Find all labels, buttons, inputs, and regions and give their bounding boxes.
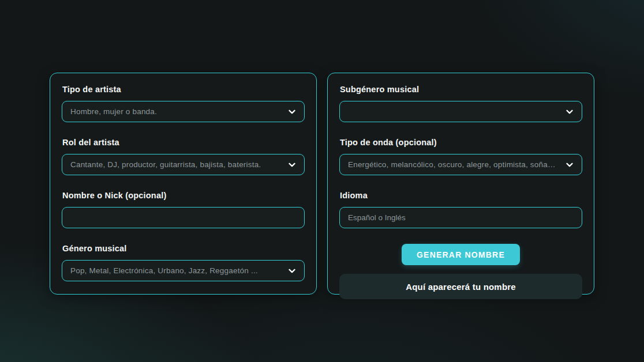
artist-type-label: Tipo de artista bbox=[62, 85, 305, 94]
subgenre-field: Subgénero musical bbox=[339, 85, 582, 122]
name-nick-field: Nombre o Nick (opcional) bbox=[62, 191, 305, 228]
vibe-type-select[interactable]: Energético, melancólico, oscuro, alegre,… bbox=[339, 154, 582, 175]
chevron-down-icon bbox=[564, 160, 575, 170]
vibe-type-placeholder: Energético, melancólico, oscuro, alegre,… bbox=[348, 160, 560, 169]
music-genre-select[interactable]: Pop, Metal, Electrónica, Urbano, Jazz, R… bbox=[62, 260, 305, 281]
language-field: Idioma bbox=[339, 191, 582, 228]
vibe-type-label: Tipo de onda (opcional) bbox=[339, 138, 582, 147]
artist-type-placeholder: Hombre, mujer o banda. bbox=[70, 107, 157, 116]
result-placeholder: Aquí aparecerá tu nombre bbox=[339, 274, 582, 299]
artist-type-select[interactable]: Hombre, mujer o banda. bbox=[62, 101, 305, 122]
music-genre-placeholder: Pop, Metal, Electrónica, Urbano, Jazz, R… bbox=[70, 266, 258, 275]
language-label: Idioma bbox=[339, 191, 582, 200]
artist-role-select[interactable]: Cantante, DJ, productor, guitarrista, ba… bbox=[62, 154, 305, 175]
language-input[interactable] bbox=[339, 207, 582, 228]
vibe-type-field: Tipo de onda (opcional) Energético, mela… bbox=[339, 138, 582, 175]
music-genre-field: Género musical Pop, Metal, Electrónica, … bbox=[62, 244, 305, 281]
music-genre-label: Género musical bbox=[62, 244, 305, 253]
artist-role-label: Rol del artista bbox=[62, 138, 305, 147]
artist-role-placeholder: Cantante, DJ, productor, guitarrista, ba… bbox=[70, 160, 261, 169]
artist-role-field: Rol del artista Cantante, DJ, productor,… bbox=[62, 138, 305, 175]
chevron-down-icon bbox=[287, 266, 297, 276]
chevron-down-icon bbox=[287, 160, 297, 170]
name-nick-label: Nombre o Nick (opcional) bbox=[62, 191, 305, 200]
subgenre-label: Subgénero musical bbox=[339, 85, 582, 94]
chevron-down-icon bbox=[287, 107, 297, 117]
chevron-down-icon bbox=[564, 107, 575, 117]
generator-card: Subgénero musical Tipo de onda (opcional… bbox=[327, 73, 594, 295]
subgenre-select[interactable] bbox=[339, 101, 582, 122]
form-panels: Tipo de artista Hombre, mujer o banda. R… bbox=[0, 0, 644, 295]
artist-type-field: Tipo de artista Hombre, mujer o banda. bbox=[62, 85, 305, 122]
generate-name-button[interactable]: GENERAR NOMBRE bbox=[402, 244, 520, 265]
name-nick-input[interactable] bbox=[62, 207, 305, 228]
artist-form-card: Tipo de artista Hombre, mujer o banda. R… bbox=[50, 73, 317, 295]
